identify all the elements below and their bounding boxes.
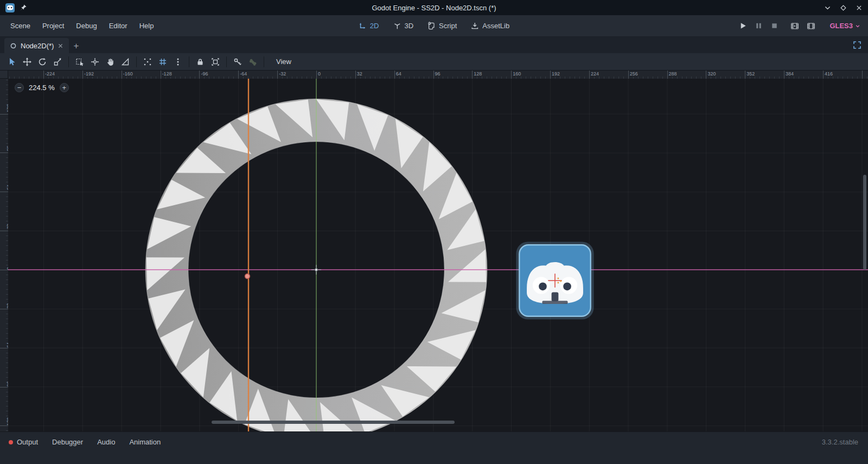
stop-button[interactable] [770,22,778,30]
vertical-scrollbar[interactable] [863,175,866,270]
ruler-top-label: 384 [786,71,794,77]
key-tool-icon[interactable] [230,55,245,69]
ruler-corner [0,71,8,79]
origin-gizmo [311,265,321,275]
ruler-left[interactable]: -128-96-64-320326496128 [0,79,8,431]
close-icon[interactable] [856,4,863,11]
ruler-top-label: -224 [45,71,55,77]
workspace-assetlib[interactable]: AssetLib [471,22,509,30]
ruler-top-label: 0 [318,71,321,77]
snap-options-icon[interactable] [170,55,186,69]
window-title: Godot Engine - SS2D - Node2D.tscn (*) [0,4,868,12]
scene-canvas[interactable] [8,79,868,431]
godot-logo-icon [5,3,15,12]
bottom-tab-output[interactable]: Output [8,437,45,447]
scene-tabbar: Node2D(*) + [0,37,868,53]
2d-viewport[interactable]: − 224.5 % + [8,79,868,431]
list-select-tool-icon[interactable] [72,55,87,69]
ruler-top[interactable]: -224-192-160-128-96-64-32032649612816019… [8,71,868,79]
ruler-top-label: 320 [707,71,716,77]
pin-icon[interactable] [20,4,27,11]
lock-object-icon[interactable] [193,55,208,69]
workspace-2d[interactable]: 2D [359,22,379,30]
godot-nose [552,293,559,302]
ruler-top-label: 416 [825,71,833,77]
bottom-tab-audio[interactable]: Audio [90,437,122,447]
playback-bar: GLES3 [739,22,868,30]
canvas-workspace: -224-192-160-128-96-64-32032649612816019… [0,71,868,431]
bone-tool-icon[interactable] [245,55,260,69]
ruler-top-label: -96 [201,71,208,77]
bottom-tab-debugger[interactable]: Debugger [45,437,90,447]
rotate-tool-icon[interactable] [35,55,50,69]
ruler-left-label: -96 [6,145,8,152]
play-scene-button[interactable] [790,22,799,30]
ruler-top-label: -160 [123,71,133,77]
guide-handle[interactable] [245,274,250,279]
ruler-tool-icon[interactable] [118,55,133,69]
ruler-top-label: 64 [396,71,401,77]
zoom-level[interactable]: 224.5 % [29,84,55,92]
shade-icon[interactable] [824,4,831,11]
play-button[interactable] [739,22,747,30]
pause-button[interactable] [755,22,763,30]
error-indicator-dot [9,440,13,444]
menu-project[interactable]: Project [36,22,70,30]
2d-icon [359,22,367,30]
canvas-toolbar: View [0,53,868,71]
ruler-top-label: 96 [435,71,441,77]
script-icon [427,22,436,30]
ruler-left-label: 32 [6,303,8,309]
move-tool-icon[interactable] [20,55,35,69]
menu-help[interactable]: Help [133,22,160,30]
select-tool-icon[interactable] [4,55,20,69]
ruler-top-label: 224 [591,71,599,77]
scale-tool-icon[interactable] [50,55,65,69]
godot-eye-left [539,282,547,290]
3d-icon [393,22,401,30]
ruler-left-label: 0 [6,267,8,270]
ruler-left-label: 64 [6,342,8,348]
menu-editor[interactable]: Editor [103,22,133,30]
assetlib-icon [471,22,479,30]
grid-snap-icon[interactable] [155,55,170,69]
ruler-left-label: 96 [6,382,8,387]
bottom-tab-animation[interactable]: Animation [122,437,168,447]
pan-tool-icon[interactable] [103,55,118,69]
ruler-top-label: 32 [357,71,362,77]
godot-icon-sprite[interactable] [516,241,593,319]
menu-scene[interactable]: Scene [4,22,36,30]
horizontal-scrollbar[interactable] [212,421,455,424]
pivot-tool-icon[interactable] [87,55,103,69]
ruler-top-label: 256 [630,71,638,77]
smart-snap-icon[interactable] [140,55,155,69]
node2d-icon [10,42,17,49]
godot-chin [542,301,567,304]
view-menu-button[interactable]: View [271,58,297,66]
maximize-icon[interactable] [840,4,847,11]
scene-tab-node2d[interactable]: Node2D(*) [4,38,69,53]
tab-close-icon[interactable] [58,43,63,49]
play-custom-scene-button[interactable] [807,22,815,30]
ruler-left-label: 128 [6,417,8,425]
workspace-3d[interactable]: 3D [393,22,413,30]
chevron-down-icon [855,23,860,29]
ruler-left-label: -64 [6,185,8,192]
ruler-top-label: 352 [746,71,755,77]
menubar: Scene Project Debug Editor Help 2D 3D Sc… [0,15,868,37]
group-object-icon[interactable] [208,55,223,69]
renderer-select[interactable]: GLES3 [829,22,860,30]
toolbar-separator [68,56,69,67]
ruler-top-label: 192 [552,71,560,77]
workspace-script[interactable]: Script [427,22,457,30]
ruler-top-label: 128 [474,71,482,77]
zoom-out-button[interactable]: − [15,83,24,92]
distraction-free-icon[interactable] [853,41,861,49]
toolbar-separator [136,56,137,67]
menu-debug[interactable]: Debug [70,22,103,30]
add-scene-tab-button[interactable]: + [69,39,83,53]
titlebar: Godot Engine - SS2D - Node2D.tscn (*) [0,0,868,15]
zoom-in-button[interactable]: + [60,83,69,92]
bottom-panel-bar: Output Debugger Audio Animation 3.3.2.st… [0,431,868,464]
main-menus: Scene Project Debug Editor Help [0,22,159,30]
